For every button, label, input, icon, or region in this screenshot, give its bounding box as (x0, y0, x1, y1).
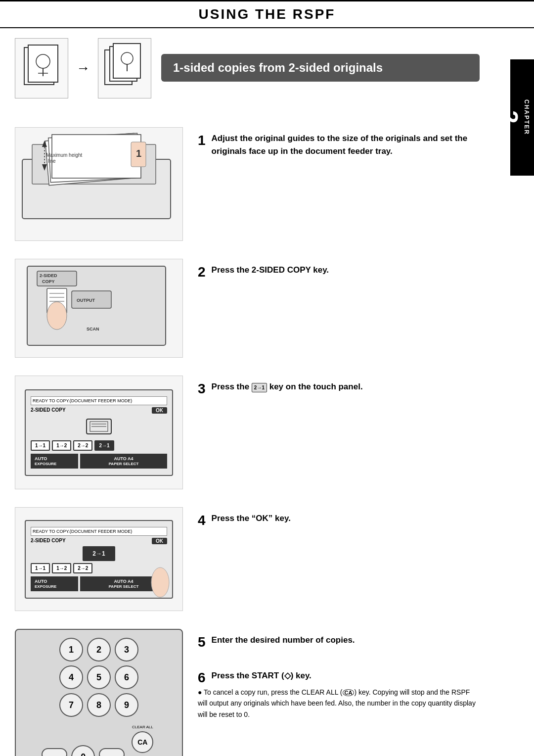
step-4-number: 4 (198, 512, 206, 529)
copies-icon (102, 43, 147, 92)
key-1[interactable]: 1 (59, 638, 83, 662)
key-8[interactable]: 8 (87, 693, 111, 717)
step-6-note: ● To cancel a copy run, press the CLEAR … (198, 687, 480, 720)
finger-ok-indicator (148, 565, 173, 601)
btn-1-2[interactable]: 1→2 (52, 440, 71, 451)
step-4-description: Press the “OK” key. (212, 512, 480, 525)
step-6-number: 6 (198, 669, 206, 686)
step-5-description: Enter the desired number of copies. (212, 634, 480, 647)
step-1-text: 1 Adjust the original guides to the size… (198, 127, 480, 157)
prog-key-wrapper: PROG (99, 748, 125, 756)
svg-text:COPY: COPY (42, 279, 55, 284)
chapter-label: CHAPTER (523, 99, 530, 135)
auto-a4-btn[interactable]: AUTO A4PAPER SELECT (80, 454, 167, 469)
btn-2-1-active[interactable]: 2→1 (83, 546, 115, 561)
btn-1-1[interactable]: 1→1 (31, 440, 50, 451)
step-1-number: 1 (198, 132, 206, 149)
btn-2to1-icon: 2→1 (252, 383, 267, 392)
btn-2-1[interactable]: 2→1 (94, 440, 114, 451)
two-sided-copy-label-4: 2-SIDED COPY (31, 538, 66, 544)
step-4-row: READY TO COPY.(DOCUMENT FEEDER MODE) 2-S… (15, 507, 480, 611)
steps-5-6-text: 5 Enter the desired number of copies. 6 … (198, 629, 480, 720)
step-1-row: Maximum height line 1 1 Adjust the origi… (15, 127, 480, 241)
intro-img-original (15, 38, 68, 98)
feeder-tray-illustration: Maximum height line 1 (17, 130, 180, 238)
arrow-icon: → (76, 60, 90, 76)
intro-row: → 1-sided copies from 2-sided originals (15, 38, 480, 112)
ok-label-4: OK (152, 538, 167, 544)
step-5-6-row: 1 2 3 4 5 6 7 8 9 AUDIT CLEAR 0 PROG (15, 629, 480, 756)
btn-2-2[interactable]: 2→2 (73, 440, 92, 451)
svg-rect-1 (28, 45, 58, 82)
svg-point-38 (151, 567, 169, 597)
clear-all-label: CLEAR ALL (132, 725, 153, 729)
ok-label: OK (152, 407, 167, 414)
finger-icon (148, 565, 173, 600)
auto-exposure-btn[interactable]: AUTOEXPOSURE (31, 454, 78, 469)
main-content: → 1-sided copies from 2-sided originals (15, 38, 504, 756)
two-sided-copy-label: 2-SIDED COPY (31, 407, 66, 414)
intro-img-copies (98, 38, 151, 98)
key-6[interactable]: 6 (115, 665, 138, 689)
key-3[interactable]: 3 (115, 638, 138, 662)
key-4[interactable]: 4 (59, 665, 83, 689)
ca-start-group: CLEAR ALL CA START ◇ (129, 725, 156, 756)
panel-settings-row-4: AUTOEXPOSURE AUTO A4PAPER SELECT (31, 576, 167, 591)
step-3-image: READY TO COPY.(DOCUMENT FEEDER MODE) 2-S… (15, 376, 183, 489)
svg-rect-7 (113, 44, 140, 78)
svg-text:OUTPUT: OUTPUT (77, 298, 95, 303)
key-0[interactable]: 0 (71, 745, 95, 756)
touch-panel-box: READY TO COPY.(DOCUMENT FEEDER MODE) 2-S… (25, 389, 173, 476)
btn-2-2-4[interactable]: 2→2 (73, 563, 92, 573)
bottom-keys-row: AUDIT CLEAR 0 PROG CLEAR ALL CA START ◇ (42, 725, 157, 756)
step-4-image: READY TO COPY.(DOCUMENT FEEDER MODE) 2-S… (15, 507, 183, 611)
step-6-description: Press the START (◇) key. (212, 669, 480, 682)
step-4-text: 4 Press the “OK” key. (198, 507, 480, 529)
key-2[interactable]: 2 (87, 638, 111, 662)
key-9[interactable]: 9 (115, 693, 138, 717)
chapter-sidebar-text: MAKING COPIES Using the RSPF (490, 67, 495, 168)
step-1-description: Adjust the original guides to the size o… (212, 132, 480, 157)
ca-key[interactable]: CA (132, 731, 153, 753)
step-2-row: 2-SIDED COPY OUTPUT SCAN 2 Press the 2-S… (15, 259, 480, 358)
step-3-description: Press the 2→1 key on the touch panel. (212, 380, 480, 393)
svg-text:2-SIDED: 2-SIDED (40, 273, 57, 278)
step-1-image: Maximum height line 1 (15, 127, 183, 241)
step-2-text: 2 Press the 2-SIDED COPY key. (198, 259, 480, 281)
panel-status-text-4: READY TO COPY.(DOCUMENT FEEDER MODE) (31, 527, 167, 536)
panel-status-text: READY TO COPY.(DOCUMENT FEEDER MODE) (31, 396, 167, 405)
svg-point-33 (47, 302, 67, 330)
step-2-number: 2 (198, 264, 206, 281)
audit-clear-key[interactable] (42, 748, 67, 756)
number-keys-grid: 1 2 3 4 5 6 7 8 9 (59, 638, 138, 717)
step-6-text: 6 Press the START (◇) key. ● To cancel a… (198, 664, 480, 720)
panel-mode-row: 1→1 1→2 2→2 2→1 (31, 440, 167, 451)
step-3-number: 3 (198, 380, 206, 397)
audit-clear-key-wrapper: AUDIT CLEAR (42, 748, 68, 756)
header-title: USING THE RSPF (0, 6, 534, 22)
svg-text:1: 1 (136, 148, 141, 159)
document-icon (19, 43, 64, 92)
page-header: USING THE RSPF (0, 0, 534, 28)
step-5-text: 5 Enter the desired number of copies. (198, 629, 480, 651)
chapter-number: 2 (497, 110, 521, 125)
step-2-image: 2-SIDED COPY OUTPUT SCAN (15, 259, 183, 358)
key-5[interactable]: 5 (87, 665, 111, 689)
auto-exposure-btn-4[interactable]: AUTOEXPOSURE (31, 576, 78, 591)
key-7[interactable]: 7 (59, 693, 83, 717)
btn-1-1-4[interactable]: 1→1 (31, 563, 50, 573)
svg-text:Maximum height: Maximum height (46, 152, 83, 158)
panel-2sided-illustration: 2-SIDED COPY OUTPUT SCAN (22, 261, 176, 355)
chapter-sidebar: CHAPTER 2 MAKING COPIES Using the RSPF (510, 59, 534, 176)
btn-1-2-4[interactable]: 1→2 (52, 563, 71, 573)
step-3-text: 3 Press the 2→1 key on the touch panel. (198, 376, 480, 397)
svg-text:line: line (48, 158, 56, 164)
keypad-image: 1 2 3 4 5 6 7 8 9 AUDIT CLEAR 0 PROG (15, 629, 183, 756)
touch-panel-box-4: READY TO COPY.(DOCUMENT FEEDER MODE) 2-S… (25, 520, 173, 599)
step-2-description: Press the 2-SIDED COPY key. (212, 264, 480, 277)
prog-key[interactable] (99, 748, 125, 756)
printer-icon (84, 417, 114, 436)
section-heading: 1-sided copies from 2-sided originals (161, 54, 480, 82)
intro-images: → (15, 38, 151, 98)
step-5-number: 5 (198, 634, 206, 651)
